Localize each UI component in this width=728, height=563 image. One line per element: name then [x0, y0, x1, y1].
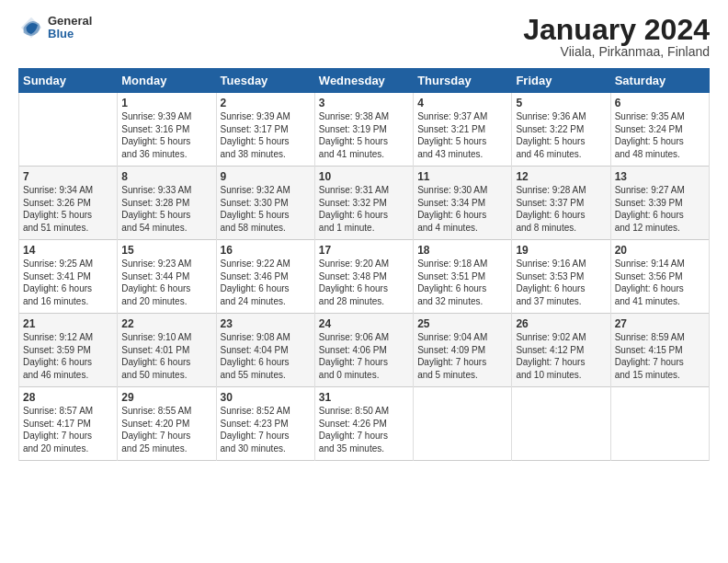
- day-number: 25: [417, 317, 507, 330]
- day-number: 3: [319, 97, 409, 109]
- day-number: 6: [615, 97, 705, 109]
- calendar-cell: 27Sunrise: 8:59 AM Sunset: 4:15 PM Dayli…: [610, 314, 709, 387]
- logo-text: General Blue: [48, 15, 92, 41]
- day-info: Sunrise: 9:34 AM Sunset: 3:26 PM Dayligh…: [23, 184, 113, 234]
- calendar-cell: 29Sunrise: 8:55 AM Sunset: 4:20 PM Dayli…: [118, 387, 216, 461]
- day-number: 16: [221, 244, 311, 257]
- day-info: Sunrise: 8:55 AM Sunset: 4:20 PM Dayligh…: [121, 405, 211, 454]
- calendar-week-row: 7Sunrise: 9:34 AM Sunset: 3:26 PM Daylig…: [19, 167, 710, 240]
- day-number: 11: [417, 170, 507, 183]
- day-info: Sunrise: 9:10 AM Sunset: 4:01 PM Dayligh…: [121, 331, 211, 381]
- calendar-cell: 8Sunrise: 9:33 AM Sunset: 3:28 PM Daylig…: [118, 167, 216, 240]
- day-info: Sunrise: 9:20 AM Sunset: 3:48 PM Dayligh…: [319, 258, 409, 307]
- calendar-cell: 3Sunrise: 9:38 AM Sunset: 3:19 PM Daylig…: [314, 93, 413, 167]
- calendar-cell: [610, 387, 709, 461]
- logo-general-text: General: [48, 15, 92, 28]
- weekday-header-wednesday: Wednesday: [314, 69, 413, 93]
- day-number: 15: [121, 244, 211, 257]
- day-info: Sunrise: 9:33 AM Sunset: 3:28 PM Dayligh…: [121, 184, 211, 234]
- weekday-header-row: SundayMondayTuesdayWednesdayThursdayFrid…: [19, 69, 710, 93]
- weekday-header-tuesday: Tuesday: [216, 69, 314, 93]
- day-number: 1: [121, 97, 211, 109]
- day-info: Sunrise: 9:32 AM Sunset: 3:30 PM Dayligh…: [221, 184, 311, 234]
- calendar-cell: 21Sunrise: 9:12 AM Sunset: 3:59 PM Dayli…: [19, 314, 118, 387]
- day-info: Sunrise: 9:35 AM Sunset: 3:24 PM Dayligh…: [615, 110, 705, 160]
- calendar-cell: 10Sunrise: 9:31 AM Sunset: 3:32 PM Dayli…: [314, 167, 413, 240]
- day-number: 20: [615, 244, 705, 257]
- calendar-cell: 1Sunrise: 9:39 AM Sunset: 3:16 PM Daylig…: [118, 93, 216, 167]
- logo-icon: [18, 15, 44, 40]
- day-number: 23: [221, 317, 311, 330]
- day-number: 24: [319, 317, 409, 330]
- day-info: Sunrise: 9:14 AM Sunset: 3:56 PM Dayligh…: [615, 258, 705, 307]
- calendar-table: SundayMondayTuesdayWednesdayThursdayFrid…: [18, 68, 710, 461]
- calendar-cell: 13Sunrise: 9:27 AM Sunset: 3:39 PM Dayli…: [610, 167, 709, 240]
- day-number: 7: [23, 170, 113, 183]
- calendar-cell: 19Sunrise: 9:16 AM Sunset: 3:53 PM Dayli…: [512, 240, 610, 314]
- day-info: Sunrise: 9:16 AM Sunset: 3:53 PM Dayligh…: [516, 258, 606, 307]
- weekday-header-sunday: Sunday: [19, 69, 118, 93]
- day-number: 5: [516, 97, 606, 109]
- day-info: Sunrise: 9:39 AM Sunset: 3:17 PM Dayligh…: [221, 110, 311, 160]
- calendar-cell: 31Sunrise: 8:50 AM Sunset: 4:26 PM Dayli…: [314, 387, 413, 461]
- day-info: Sunrise: 8:52 AM Sunset: 4:23 PM Dayligh…: [221, 405, 311, 454]
- day-number: 8: [121, 170, 211, 183]
- calendar-title: January 2024: [523, 15, 710, 44]
- weekday-header-thursday: Thursday: [414, 69, 512, 93]
- header: General Blue January 2024 Viiala, Pirkan…: [18, 15, 710, 59]
- calendar-cell: [414, 387, 512, 461]
- calendar-cell: 30Sunrise: 8:52 AM Sunset: 4:23 PM Dayli…: [216, 387, 314, 461]
- calendar-cell: 2Sunrise: 9:39 AM Sunset: 3:17 PM Daylig…: [216, 93, 314, 167]
- day-info: Sunrise: 8:59 AM Sunset: 4:15 PM Dayligh…: [615, 331, 705, 381]
- calendar-week-row: 14Sunrise: 9:25 AM Sunset: 3:41 PM Dayli…: [19, 240, 710, 314]
- weekday-header-monday: Monday: [118, 69, 216, 93]
- day-info: Sunrise: 9:23 AM Sunset: 3:44 PM Dayligh…: [121, 258, 211, 307]
- logo: General Blue: [18, 15, 92, 41]
- day-info: Sunrise: 9:37 AM Sunset: 3:21 PM Dayligh…: [417, 110, 507, 160]
- calendar-cell: [512, 387, 610, 461]
- day-info: Sunrise: 9:12 AM Sunset: 3:59 PM Dayligh…: [23, 331, 113, 381]
- day-info: Sunrise: 9:28 AM Sunset: 3:37 PM Dayligh…: [516, 184, 606, 234]
- day-number: 10: [319, 170, 409, 183]
- day-number: 9: [221, 170, 311, 183]
- day-number: 13: [615, 170, 705, 183]
- day-info: Sunrise: 9:31 AM Sunset: 3:32 PM Dayligh…: [319, 184, 409, 234]
- day-info: Sunrise: 9:30 AM Sunset: 3:34 PM Dayligh…: [417, 184, 507, 234]
- day-number: 26: [516, 317, 606, 330]
- day-info: Sunrise: 9:38 AM Sunset: 3:19 PM Dayligh…: [319, 110, 409, 160]
- page: General Blue January 2024 Viiala, Pirkan…: [0, 0, 728, 563]
- day-info: Sunrise: 9:27 AM Sunset: 3:39 PM Dayligh…: [615, 184, 705, 234]
- day-number: 22: [121, 317, 211, 330]
- day-number: 21: [23, 317, 113, 330]
- day-number: 27: [615, 317, 705, 330]
- calendar-cell: 7Sunrise: 9:34 AM Sunset: 3:26 PM Daylig…: [19, 167, 118, 240]
- calendar-cell: 20Sunrise: 9:14 AM Sunset: 3:56 PM Dayli…: [610, 240, 709, 314]
- day-number: 14: [23, 244, 113, 257]
- day-info: Sunrise: 8:50 AM Sunset: 4:26 PM Dayligh…: [319, 405, 409, 454]
- calendar-cell: 15Sunrise: 9:23 AM Sunset: 3:44 PM Dayli…: [118, 240, 216, 314]
- day-info: Sunrise: 9:18 AM Sunset: 3:51 PM Dayligh…: [417, 258, 507, 307]
- calendar-cell: 25Sunrise: 9:04 AM Sunset: 4:09 PM Dayli…: [414, 314, 512, 387]
- day-number: 31: [319, 391, 409, 404]
- day-info: Sunrise: 9:36 AM Sunset: 3:22 PM Dayligh…: [516, 110, 606, 160]
- weekday-header-friday: Friday: [512, 69, 610, 93]
- day-info: Sunrise: 8:57 AM Sunset: 4:17 PM Dayligh…: [23, 405, 113, 454]
- calendar-week-row: 21Sunrise: 9:12 AM Sunset: 3:59 PM Dayli…: [19, 314, 710, 387]
- calendar-cell: 11Sunrise: 9:30 AM Sunset: 3:34 PM Dayli…: [414, 167, 512, 240]
- calendar-cell: 24Sunrise: 9:06 AM Sunset: 4:06 PM Dayli…: [314, 314, 413, 387]
- day-number: 30: [221, 391, 311, 404]
- calendar-cell: 16Sunrise: 9:22 AM Sunset: 3:46 PM Dayli…: [216, 240, 314, 314]
- calendar-week-row: 1Sunrise: 9:39 AM Sunset: 3:16 PM Daylig…: [19, 93, 710, 167]
- day-number: 19: [516, 244, 606, 257]
- calendar-cell: 18Sunrise: 9:18 AM Sunset: 3:51 PM Dayli…: [414, 240, 512, 314]
- calendar-cell: 26Sunrise: 9:02 AM Sunset: 4:12 PM Dayli…: [512, 314, 610, 387]
- day-number: 17: [319, 244, 409, 257]
- calendar-subtitle: Viiala, Pirkanmaa, Finland: [523, 44, 710, 59]
- calendar-cell: 17Sunrise: 9:20 AM Sunset: 3:48 PM Dayli…: [314, 240, 413, 314]
- day-number: 12: [516, 170, 606, 183]
- calendar-cell: 28Sunrise: 8:57 AM Sunset: 4:17 PM Dayli…: [19, 387, 118, 461]
- calendar-week-row: 28Sunrise: 8:57 AM Sunset: 4:17 PM Dayli…: [19, 387, 710, 461]
- day-number: 18: [417, 244, 507, 257]
- day-number: 28: [23, 391, 113, 404]
- day-info: Sunrise: 9:02 AM Sunset: 4:12 PM Dayligh…: [516, 331, 606, 381]
